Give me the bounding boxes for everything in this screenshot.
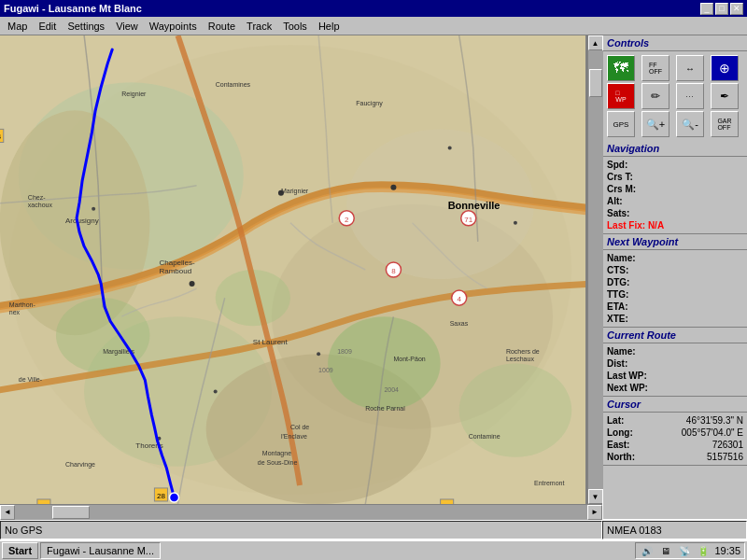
menu-view[interactable]: View [110, 19, 144, 34]
map-svg: Bonneville Chez- xachoux Arousigny Reign… [0, 35, 585, 504]
next-waypoint-section-title: Next Waypoint [603, 234, 747, 250]
next-waypoint-section: Name: CTS: DTG: TTG: ETA: XTE: [603, 250, 747, 328]
taskbar-app-fugawi[interactable]: Fugawi - Lausanne M... [40, 542, 161, 559]
tray-icon-4: 🔋 [696, 543, 711, 558]
close-button[interactable]: ✕ [730, 3, 743, 15]
zoom-out-btn[interactable]: 🔍- [676, 111, 704, 137]
cursor-east: East: 726301 [607, 439, 743, 451]
taskbar-clock: 19:35 [714, 545, 740, 556]
horizontal-scrollbar[interactable]: ◄ ► [0, 504, 602, 519]
route-name: Name: [607, 345, 743, 357]
svg-text:nex: nex [9, 309, 21, 315]
menu-tools[interactable]: Tools [277, 19, 313, 34]
pen-btn[interactable]: ✒ [711, 83, 739, 109]
svg-point-14 [390, 185, 396, 190]
nav-crs-m: Crs M: [607, 183, 743, 195]
map-toggle-btn[interactable]: 🗺 [607, 55, 635, 81]
svg-text:Chapelles-: Chapelles- [159, 259, 195, 267]
gar-off-btn[interactable]: GAROFF [711, 111, 739, 137]
compass-btn[interactable]: ⊕ [711, 55, 739, 81]
arrows-off-btn[interactable]: ↔ [676, 55, 704, 81]
menu-route[interactable]: Route [203, 19, 241, 34]
status-left: No GPS [0, 521, 602, 539]
minimize-button[interactable]: _ [700, 3, 713, 15]
wp-xte: XTE: [607, 313, 743, 325]
wp-name: Name: [607, 252, 743, 264]
route-draw-btn[interactable]: ✏ [641, 83, 669, 109]
svg-text:8: 8 [391, 267, 396, 275]
zoom-in-btn[interactable]: 🔍+ [641, 111, 669, 137]
menu-track[interactable]: Track [241, 19, 277, 34]
menu-bar: Map Edit Settings View Waypoints Route T… [0, 17, 747, 35]
maximize-button[interactable]: □ [715, 3, 728, 15]
scroll-right-button[interactable]: ► [587, 505, 602, 520]
svg-text:28: 28 [157, 492, 165, 500]
svg-text:Faucigny: Faucigny [356, 100, 383, 107]
gps-btn[interactable]: GPS [607, 111, 635, 137]
svg-point-13 [190, 281, 195, 287]
tray-icon-1: 🔊 [640, 543, 655, 558]
svg-text:Rochers de: Rochers de [506, 348, 540, 355]
cursor-long: Long: 005°57'04.0" E [607, 427, 743, 439]
main-area: Bonneville Chez- xachoux Arousigny Reign… [0, 35, 747, 519]
svg-text:1009: 1009 [318, 367, 333, 373]
dots-btn[interactable]: ··· [676, 83, 704, 109]
vertical-scrollbar[interactable]: ▲ ▼ [587, 35, 602, 504]
menu-edit[interactable]: Edit [33, 19, 62, 34]
scroll-left-button[interactable]: ◄ [0, 505, 15, 520]
svg-text:Montagne: Montagne [262, 450, 291, 457]
svg-point-20 [214, 390, 218, 394]
svg-text:71: 71 [464, 216, 472, 224]
window-controls: _ □ ✕ [700, 3, 743, 15]
nav-last-fix: Last Fix: N/A [607, 219, 743, 231]
current-route-section: Name: Dist: Last WP: Next WP: [603, 343, 747, 397]
svg-text:xachoux: xachoux [28, 202, 53, 208]
svg-text:Contamines: Contamines [216, 81, 251, 88]
scroll-thumb-horizontal[interactable] [52, 506, 90, 519]
svg-point-17 [317, 352, 320, 356]
start-button[interactable]: Start [2, 542, 38, 559]
svg-text:Marthon-: Marthon- [9, 301, 36, 308]
cursor-section: Lat: 46°31'59.3" N Long: 005°57'04.0" E … [603, 413, 747, 466]
controls-section-title: Controls [603, 35, 747, 51]
svg-text:Arousigny: Arousigny [65, 217, 99, 225]
svg-text:Col de: Col de [290, 424, 309, 430]
wp-cts: CTS: [607, 264, 743, 276]
status-bar: No GPS NMEA 0183 [0, 519, 747, 539]
scroll-track-horizontal[interactable] [15, 505, 587, 520]
menu-settings[interactable]: Settings [62, 19, 110, 34]
route-last-wp: Last WP: [607, 370, 743, 382]
tray-icon-2: 🖥 [658, 543, 673, 558]
scroll-down-button[interactable]: ▼ [588, 489, 603, 504]
menu-waypoints[interactable]: Waypoints [144, 19, 203, 34]
svg-text:l'Enclave: l'Enclave [281, 433, 307, 440]
scroll-up-button[interactable]: ▲ [588, 35, 603, 50]
controls-grid: 🗺 FFOFF ↔ ⊕ □WP ✏ ··· ✒ GPS 🔍+ 🔍- GAROFF [603, 51, 747, 141]
svg-text:de Sous-Dine: de Sous-Dine [258, 459, 298, 466]
route-dist: Dist: [607, 357, 743, 370]
svg-point-11 [459, 363, 571, 456]
svg-text:Charvinge: Charvinge [65, 461, 95, 469]
svg-text:Marignier: Marignier [281, 188, 309, 195]
svg-text:Bonneville: Bonneville [448, 200, 500, 211]
nav-crs-t: Crs T: [607, 171, 743, 183]
ff-off-btn[interactable]: FFOFF [641, 55, 669, 81]
nav-spd: Spd: [607, 159, 743, 171]
right-panel: Controls 🗺 FFOFF ↔ ⊕ □WP ✏ ··· ✒ GPS 🔍+ … [602, 35, 747, 519]
wp-dtg: DTG: [607, 276, 743, 288]
svg-text:Ramboud: Ramboud [159, 267, 191, 275]
map-row: Bonneville Chez- xachoux Arousigny Reign… [0, 35, 602, 504]
scroll-thumb-vertical[interactable] [589, 69, 602, 97]
status-right: NMEA 0183 [602, 521, 747, 539]
svg-text:4: 4 [457, 295, 461, 303]
svg-text:Contamine: Contamine [469, 433, 500, 440]
svg-text:Roche Parnal: Roche Parnal [365, 405, 405, 412]
taskbar: Start Fugawi - Lausanne M... 🔊 🖥 📡 🔋 19:… [0, 539, 747, 560]
svg-point-68 [169, 493, 178, 502]
menu-map[interactable]: Map [2, 19, 33, 34]
menu-help[interactable]: Help [313, 19, 345, 34]
wp-box-btn[interactable]: □WP [607, 83, 635, 109]
scroll-track-vertical[interactable] [588, 50, 603, 489]
svg-point-18 [448, 146, 452, 149]
map-container[interactable]: Bonneville Chez- xachoux Arousigny Reign… [0, 35, 587, 504]
